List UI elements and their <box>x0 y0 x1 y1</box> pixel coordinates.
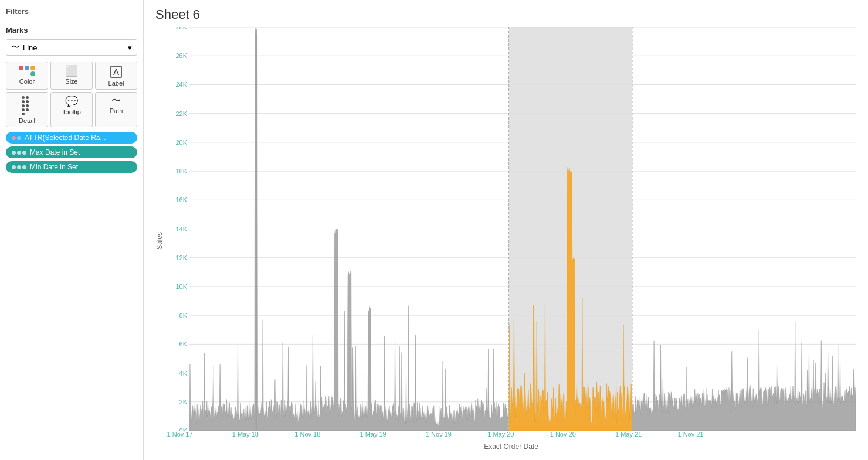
min-date-dots-icon <box>12 165 26 169</box>
y-tick-2K: 2K <box>179 398 187 406</box>
x-tick: 1 May 18 <box>232 431 259 438</box>
chart-inner: 0K2K4K6K8K10K12K14K16K18K20K22K24K26K28K… <box>166 27 856 454</box>
x-tick: 1 Nov 21 <box>678 431 704 438</box>
y-tick-20K: 20K <box>175 139 187 146</box>
x-ticks: 1 Nov 171 May 181 Nov 181 May 191 Nov 19… <box>166 431 856 442</box>
y-tick-18K: 18K <box>175 168 187 175</box>
line-icon: 〜 <box>11 42 19 53</box>
x-tick: 1 Nov 18 <box>294 431 320 438</box>
marks-type-label: Line <box>23 43 38 52</box>
path-label: Path <box>110 107 123 114</box>
size-icon: ⬜ <box>65 66 78 76</box>
marks-type-dropdown[interactable]: 〜 Line ▾ <box>6 39 137 56</box>
x-tick: 1 Nov 17 <box>167 431 193 438</box>
chart-area: Sales 0K2K4K6K8K10K12K14K16K18K20K22K24K… <box>155 27 856 454</box>
y-tick-10K: 10K <box>175 283 187 290</box>
detail-label: Detail <box>19 117 35 124</box>
min-date-label: Min Date in Set <box>30 163 78 171</box>
y-tick-8K: 8K <box>179 312 187 319</box>
x-axis-label: Exact Order Date <box>484 442 538 451</box>
tooltip-label: Tooltip <box>62 108 81 115</box>
y-tick-26K: 26K <box>175 52 187 59</box>
filters-section: Filters <box>0 5 143 21</box>
y-tick-16K: 16K <box>175 196 187 203</box>
marks-section: Marks 〜 Line ▾ Color ⬜ Size <box>0 21 143 180</box>
gray-area <box>189 28 508 431</box>
filters-label: Filters <box>6 7 29 16</box>
y-tick-22K: 22K <box>175 110 187 117</box>
marks-detail-button[interactable]: Detail <box>6 92 48 127</box>
path-icon: 〜 <box>111 96 121 105</box>
y-tick-12K: 12K <box>175 254 187 261</box>
color-label: Color <box>19 78 35 85</box>
sheet-title: Sheet 6 <box>155 7 856 22</box>
sidebar: Filters Marks 〜 Line ▾ Color ⬜ Size <box>0 0 144 460</box>
marks-label: Marks <box>6 26 137 35</box>
x-tick: 1 May 19 <box>360 431 386 438</box>
chart-svg[interactable] <box>189 27 856 431</box>
color-icon <box>19 66 35 76</box>
gray-area <box>632 322 856 431</box>
x-tick: 1 Nov 20 <box>550 431 576 438</box>
chevron-down-icon: ▾ <box>128 43 132 52</box>
attr-selected-date-pill[interactable]: ATTR(Selected Date Ra... <box>6 132 137 144</box>
pill-dots-icon <box>12 136 21 140</box>
min-date-pill[interactable]: Min Date in Set <box>6 161 137 173</box>
attr-selected-date-label: ATTR(Selected Date Ra... <box>25 134 106 142</box>
marks-tooltip-button[interactable]: 💬 Tooltip <box>50 92 93 127</box>
x-tick: 1 May 20 <box>487 431 514 438</box>
marks-buttons-grid: Color ⬜ Size A Label Detail <box>6 62 137 127</box>
chart-plot[interactable]: 0K2K4K6K8K10K12K14K16K18K20K22K24K26K28K <box>166 27 856 431</box>
x-tick: 1 Nov 19 <box>426 431 452 438</box>
detail-icon <box>22 96 32 115</box>
marks-size-button[interactable]: ⬜ Size <box>50 62 93 90</box>
y-tick-24K: 24K <box>175 81 187 88</box>
marks-path-button[interactable]: 〜 Path <box>95 92 137 127</box>
marks-label-button[interactable]: A Label <box>95 62 137 90</box>
max-date-label: Max Date in Set <box>30 148 80 156</box>
tooltip-icon: 💬 <box>65 96 78 107</box>
label-label: Label <box>108 80 124 87</box>
y-tick-6K: 6K <box>179 340 187 347</box>
max-date-dots-icon <box>12 151 26 155</box>
x-tick: 1 May 21 <box>615 431 642 438</box>
y-tick-4K: 4K <box>179 370 187 377</box>
main-content: Sheet 6 Sales 0K2K4K6K8K10K12K14K16K18K2… <box>144 0 868 460</box>
y-tick-14K: 14K <box>175 226 187 233</box>
y-axis-label: Sales <box>155 27 164 454</box>
y-tick-28K: 28K <box>175 27 187 30</box>
label-icon: A <box>110 66 122 78</box>
max-date-pill[interactable]: Max Date in Set <box>6 146 137 158</box>
x-axis-area: 1 Nov 171 May 181 Nov 181 May 191 Nov 19… <box>166 431 856 454</box>
size-label: Size <box>65 78 77 85</box>
marks-color-button[interactable]: Color <box>6 62 48 90</box>
